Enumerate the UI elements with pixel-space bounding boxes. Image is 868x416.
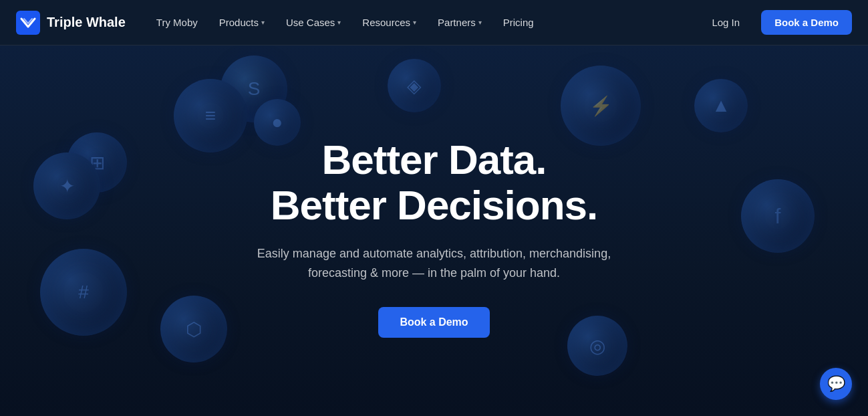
triple-whale-logo-icon — [16, 11, 40, 35]
nav-right: Log In Book a Demo — [701, 10, 852, 35]
orb-5: ✦ — [33, 152, 100, 219]
orb-4: ⊞ — [67, 132, 127, 193]
nav-item-resources[interactable]: Resources ▾ — [353, 11, 426, 33]
hero-cta-button[interactable]: Book a Demo — [378, 307, 489, 338]
nav-item-partners[interactable]: Partners ▾ — [428, 11, 491, 33]
orb-11: ⬡ — [160, 296, 227, 362]
nav-item-pricing[interactable]: Pricing — [494, 11, 543, 33]
logo[interactable]: Triple Whale — [16, 11, 126, 35]
nav-item-try-moby[interactable]: Try Moby — [147, 11, 207, 33]
partners-chevron-icon: ▾ — [478, 19, 482, 26]
orb-6: # — [40, 249, 127, 336]
hero-section: S ≡ ◈ ⚡ ⊞ ✦ # ▲ f ◎ ● ⬡ — [0, 45, 868, 416]
orb-7: ▲ — [694, 79, 748, 132]
use-cases-chevron-icon: ▾ — [337, 19, 341, 26]
hero-subtitle: Easily manage and automate analytics, at… — [247, 244, 621, 283]
logo-text: Triple Whale — [47, 15, 126, 30]
orb-8: f — [741, 179, 815, 253]
hero-title: Better Data. Better Decisions. — [247, 137, 621, 228]
hero-content: Better Data. Better Decisions. Easily ma… — [234, 110, 635, 351]
products-chevron-icon: ▾ — [261, 19, 265, 26]
resources-chevron-icon: ▾ — [413, 19, 416, 26]
book-demo-nav-button[interactable]: Book a Demo — [761, 10, 852, 35]
nav-links: Try Moby Products ▾ Use Cases ▾ Resource… — [147, 11, 702, 33]
nav-item-products[interactable]: Products ▾ — [210, 11, 274, 33]
login-button[interactable]: Log In — [701, 11, 750, 33]
chat-bubble-button[interactable]: 💬 — [820, 368, 852, 400]
orb-2: ◈ — [388, 59, 441, 112]
nav-item-use-cases[interactable]: Use Cases ▾ — [277, 11, 350, 33]
navbar: Triple Whale Try Moby Products ▾ Use Cas… — [0, 0, 868, 45]
chat-icon: 💬 — [827, 375, 845, 393]
